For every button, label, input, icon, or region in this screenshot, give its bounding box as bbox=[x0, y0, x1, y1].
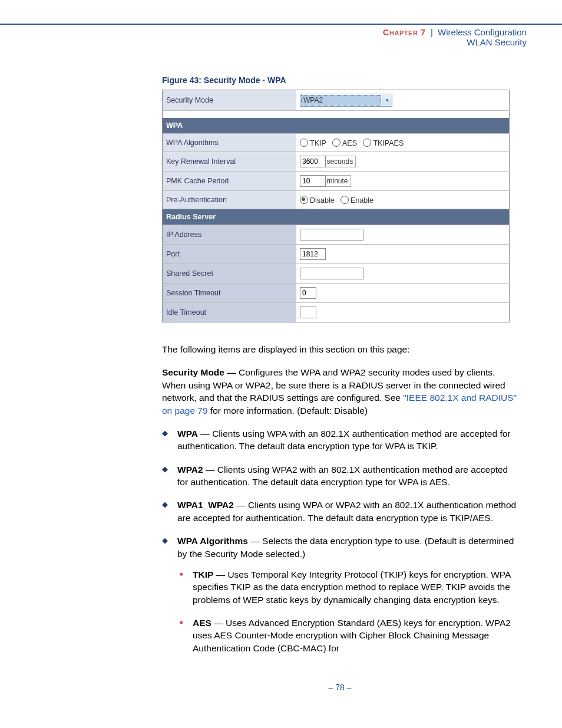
bullet-algorithms: WPA Algorithms — Selects the data encryp… bbox=[177, 535, 518, 654]
aes-radio[interactable] bbox=[332, 139, 340, 147]
figure-caption: Figure 43: Security Mode - WPA bbox=[162, 75, 518, 85]
preauth-label: Pre-Authentication bbox=[163, 191, 297, 209]
security-mode-value: WPA2 bbox=[301, 95, 381, 106]
preauth-enable: Enable bbox=[351, 196, 373, 205]
config-figure: Security Mode WPA2 ▾ WPA WPA Algorithms … bbox=[162, 90, 510, 322]
secret-input[interactable] bbox=[300, 268, 363, 279]
bullet-wpa: WPA — Clients using WPA with an 802.1X a… bbox=[177, 427, 518, 453]
s1-label: TKIP bbox=[193, 569, 213, 579]
ip-input[interactable] bbox=[300, 229, 363, 241]
chapter-label: Chapter 7 bbox=[383, 27, 426, 37]
wpa-section-header: WPA bbox=[163, 118, 510, 134]
preauth-disable: Disable bbox=[310, 196, 335, 205]
pmk-label: PMK Cache Period bbox=[163, 172, 297, 191]
opt-aes: AES bbox=[342, 139, 357, 147]
tkip-radio[interactable] bbox=[300, 139, 308, 147]
pmk-input[interactable] bbox=[300, 175, 326, 187]
idle-input[interactable] bbox=[300, 307, 316, 318]
s1-text: — Uses Temporal Key Integrity Protocol (… bbox=[193, 569, 511, 605]
disable-radio[interactable] bbox=[300, 196, 308, 204]
b2-label: WPA2 bbox=[177, 465, 203, 475]
b1-label: WPA bbox=[177, 429, 198, 439]
security-mode-term: Security Mode bbox=[162, 367, 224, 377]
pmk-unit: minute bbox=[325, 175, 351, 187]
s2-label: AES bbox=[193, 618, 211, 628]
page-number: – 78 – bbox=[162, 665, 518, 698]
opt-tkipaes: TKIPAES bbox=[373, 139, 404, 147]
opt-tkip: TKIP bbox=[310, 139, 326, 147]
b1-text: — Clients using WPA with an 802.1X authe… bbox=[177, 429, 510, 451]
b2-text: — Clients using WPA2 with an 802.1X auth… bbox=[177, 465, 508, 487]
enable-radio[interactable] bbox=[340, 196, 349, 204]
b4-label: WPA Algorithms bbox=[177, 536, 248, 546]
chevron-down-icon: ▾ bbox=[382, 95, 392, 106]
separator: | bbox=[428, 27, 435, 37]
radius-section-header: Radius Server bbox=[163, 209, 510, 225]
sub-aes: AES — Uses Advanced Encryption Standard … bbox=[193, 617, 518, 654]
session-label: Session Timeout bbox=[163, 284, 297, 303]
s2-text: — Uses Advanced Encryption Standard (AES… bbox=[193, 618, 511, 653]
key-renewal-label: Key Renewal Interval bbox=[163, 152, 297, 172]
key-renewal-input[interactable] bbox=[300, 156, 326, 167]
chapter-title: Wireless Configuration bbox=[438, 27, 527, 37]
bullet-wpa2: WPA2 — Clients using WPA2 with an 802.1X… bbox=[177, 463, 518, 489]
security-mode-label: Security Mode bbox=[163, 90, 297, 111]
port-input[interactable] bbox=[300, 248, 326, 260]
wpa-algorithms-label: WPA Algorithms bbox=[163, 134, 297, 152]
security-mode-para: Security Mode — Configures the WPA and W… bbox=[162, 366, 518, 417]
tkipaes-radio[interactable] bbox=[363, 139, 371, 147]
secret-label: Shared Secret bbox=[163, 264, 297, 284]
chapter-subtitle: WLAN Security bbox=[467, 37, 527, 47]
intro-text: The following items are displayed in thi… bbox=[162, 343, 518, 355]
ip-label: IP Address bbox=[163, 225, 297, 245]
session-input[interactable] bbox=[300, 287, 316, 299]
page-header: Chapter 7 | Wireless Configuration WLAN … bbox=[0, 25, 562, 52]
idle-label: Idle Timeout bbox=[163, 303, 297, 322]
key-renewal-unit: seconds bbox=[325, 156, 356, 167]
sm-text-2: for more information. (Default: Disable) bbox=[208, 406, 368, 416]
b3-label: WPA1_WPA2 bbox=[177, 500, 234, 510]
bullet-wpa1-wpa2: WPA1_WPA2 — Clients using WPA or WPA2 wi… bbox=[177, 499, 518, 524]
port-label: Port bbox=[163, 245, 297, 264]
security-mode-select[interactable]: WPA2 ▾ bbox=[300, 94, 392, 107]
sub-tkip: TKIP — Uses Temporal Key Integrity Proto… bbox=[193, 568, 518, 606]
